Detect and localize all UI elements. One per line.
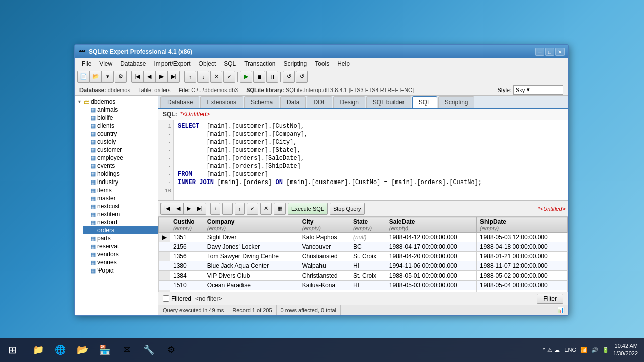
- sidebar-item-clients[interactable]: ▦clients: [83, 122, 158, 130]
- open-button[interactable]: 📂: [90, 71, 102, 83]
- sidebar-item-events[interactable]: ▦events: [83, 162, 158, 170]
- play-record-button[interactable]: ▶: [183, 203, 194, 215]
- menu-database[interactable]: Database: [116, 59, 150, 68]
- sidebar-item-nextcust[interactable]: ▦nextcust: [83, 202, 158, 210]
- taskbar-settings[interactable]: ⚙: [161, 340, 181, 360]
- minimize-button[interactable]: ─: [535, 48, 544, 56]
- filtered-checkbox[interactable]: Filtered: [163, 295, 191, 302]
- col-custno[interactable]: CustNo (empty): [170, 217, 204, 233]
- start-button[interactable]: ⊞: [0, 338, 24, 362]
- col-shipdate[interactable]: ShipDate (empty): [476, 217, 567, 233]
- sidebar-item-holdings[interactable]: ▦holdings: [83, 170, 158, 178]
- filter-button[interactable]: ▦: [274, 203, 286, 215]
- menu-view[interactable]: View: [95, 59, 116, 68]
- col-saledate[interactable]: SaleDate (empty): [386, 217, 476, 233]
- taskbar-mail[interactable]: ✉: [117, 340, 137, 360]
- tab-scripting[interactable]: Scripting: [438, 96, 475, 108]
- table-row[interactable]: 1510 Ocean Paradise Kailua-Kona HI 1988-…: [159, 281, 568, 290]
- open-dropdown[interactable]: ▾: [102, 71, 114, 83]
- table-row[interactable]: ▶ 1351 Sight Diver Kato Paphos (null) 19…: [159, 233, 568, 242]
- maximize-button[interactable]: □: [545, 48, 554, 56]
- sidebar-item-animals[interactable]: ▦animals: [83, 106, 158, 114]
- next-button[interactable]: ▶: [155, 71, 168, 83]
- execute-sql-button[interactable]: Execute SQL: [288, 203, 328, 215]
- tab-schema[interactable]: Schema: [244, 96, 279, 108]
- col-city[interactable]: City (empty): [299, 217, 350, 233]
- tab-design[interactable]: Design: [333, 96, 365, 108]
- import-button[interactable]: ↓: [197, 71, 209, 83]
- sidebar-item-industry[interactable]: ▦industry: [83, 178, 158, 186]
- col-company[interactable]: Company (empty): [204, 217, 299, 233]
- last-button[interactable]: ▶|: [168, 71, 180, 83]
- cancel-button[interactable]: ✕: [210, 71, 222, 83]
- commit-button[interactable]: ↺: [296, 71, 308, 83]
- stop-button[interactable]: ⏹: [253, 71, 265, 83]
- table-row[interactable]: 1356 Tom Sawyer Diving Centre Christians…: [159, 252, 568, 261]
- sidebar-item-parts[interactable]: ▦parts: [83, 234, 158, 242]
- col-state[interactable]: State (empty): [350, 217, 386, 233]
- cancel-row-button[interactable]: ✕: [260, 203, 272, 215]
- check-button[interactable]: ✓: [247, 203, 258, 215]
- sidebar-item-nextord[interactable]: ▦nextord: [83, 218, 158, 226]
- menu-sql[interactable]: SQL: [220, 59, 240, 68]
- menu-file[interactable]: File: [77, 59, 95, 68]
- menu-scripting[interactable]: Scripting: [280, 59, 311, 68]
- tab-data[interactable]: Data: [280, 96, 306, 108]
- sidebar-item-nextitem[interactable]: ▦nextitem: [83, 210, 158, 218]
- sidebar-item-orders[interactable]: ▦orders: [83, 226, 158, 234]
- prev-record-button[interactable]: ◀: [173, 203, 184, 215]
- sidebar-item-vendors[interactable]: ▦vendors: [83, 250, 158, 258]
- revert-button[interactable]: ↺: [283, 71, 295, 83]
- export-button[interactable]: ↑: [184, 71, 196, 83]
- tab-database[interactable]: Database: [160, 96, 199, 108]
- first-record-button[interactable]: |◀: [160, 203, 173, 215]
- sidebar-item-ψαρια[interactable]: ▦Ψαρια: [83, 266, 158, 275]
- play-button[interactable]: ▶: [240, 71, 252, 83]
- menu-help[interactable]: Help: [333, 59, 354, 68]
- tree-db-root[interactable]: ▼ 🗃 dbdemos: [75, 98, 158, 106]
- sidebar-item-biolife[interactable]: ▦biolife: [83, 114, 158, 122]
- chevron-icon[interactable]: ^: [543, 347, 545, 353]
- menu-tools[interactable]: Tools: [311, 59, 333, 68]
- taskbar-tools[interactable]: 🔧: [139, 340, 159, 360]
- sidebar-item-employee[interactable]: ▦employee: [83, 154, 158, 162]
- sidebar-item-country[interactable]: ▦country: [83, 130, 158, 138]
- sidebar-item-master[interactable]: ▦master: [83, 194, 158, 202]
- table-row[interactable]: 1380 Blue Jack Aqua Center Waipahu HI 19…: [159, 261, 568, 271]
- new-button[interactable]: 📄: [77, 71, 90, 83]
- style-combo-box[interactable]: Sky▾: [513, 85, 564, 95]
- tab-ddl[interactable]: DDL: [307, 96, 332, 108]
- add-row-button[interactable]: +: [210, 203, 220, 215]
- sidebar-item-reservat[interactable]: ▦reservat: [83, 242, 158, 250]
- taskbar-clock[interactable]: 10:42 AM 1/30/2022: [613, 342, 638, 358]
- prev-button[interactable]: ◀: [143, 71, 155, 83]
- settings-button[interactable]: ⚙: [115, 71, 127, 83]
- stop-query-button[interactable]: Stop Query: [330, 203, 365, 215]
- sidebar-item-custoly[interactable]: ▦custoly: [83, 138, 158, 146]
- sidebar-item-customer[interactable]: ▦customer: [83, 146, 158, 154]
- table-row[interactable]: 1384 VIP Divers Club Christiansted St. C…: [159, 271, 568, 281]
- close-button[interactable]: ✕: [555, 48, 565, 56]
- delete-row-button[interactable]: −: [222, 203, 232, 215]
- table-row[interactable]: 2156 Davy Jones' Locker Vancouver BC 198…: [159, 242, 568, 252]
- sidebar-item-venues[interactable]: ▦venues: [83, 258, 158, 266]
- filter-button[interactable]: Filter: [537, 294, 564, 304]
- taskbar-explorer[interactable]: 📁: [28, 340, 48, 360]
- refresh-button[interactable]: ✓: [223, 71, 235, 83]
- filter-checkbox[interactable]: [163, 295, 169, 302]
- up-button[interactable]: ↑: [235, 203, 245, 215]
- tab-extensions[interactable]: Extensions: [200, 96, 243, 108]
- taskbar-edge[interactable]: 🌐: [50, 340, 70, 360]
- menu-importexport[interactable]: Import/Export: [150, 59, 195, 68]
- tab-sql-builder[interactable]: SQL builder: [366, 96, 411, 108]
- pause-button[interactable]: ⏸: [266, 71, 278, 83]
- menu-object[interactable]: Object: [195, 59, 220, 68]
- taskbar-store[interactable]: 🏪: [95, 340, 115, 360]
- code-content[interactable]: SELECT [main].[customer].[CustNo], [main…: [174, 120, 568, 200]
- taskbar-files[interactable]: 📂: [72, 340, 93, 360]
- last-record-button[interactable]: ▶|: [194, 203, 206, 215]
- sql-editor[interactable]: 1 · · · · · · · 10 SELECT [main].[custom…: [158, 120, 568, 201]
- tab-sql[interactable]: SQL: [412, 96, 437, 108]
- first-button[interactable]: |◀: [131, 71, 143, 83]
- data-grid[interactable]: CustNo (empty) Company (empty) City (emp…: [158, 217, 568, 292]
